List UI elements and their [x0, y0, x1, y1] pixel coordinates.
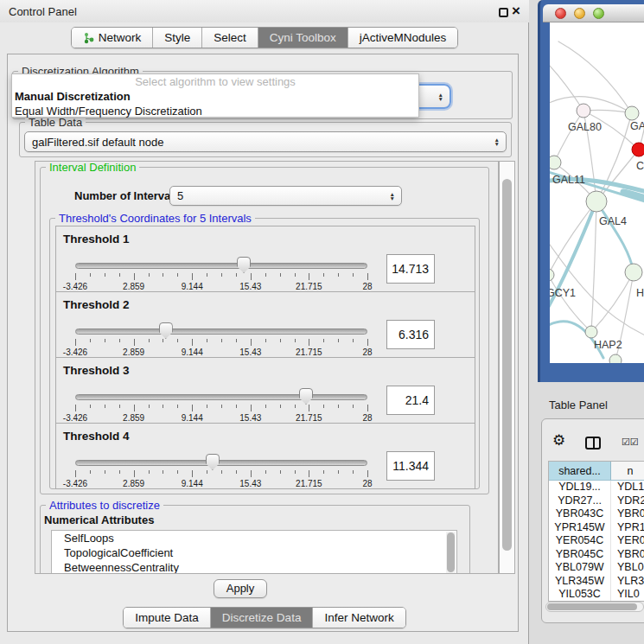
tick-label: 21.715	[296, 348, 322, 357]
cell-name[interactable]: YDR2	[611, 494, 644, 508]
mac-minimize-button[interactable]	[574, 8, 585, 19]
threshold-panel: Threshold 4 -3.4262.8599.14415.4321.7152…	[55, 423, 475, 489]
cell-name[interactable]: YBR0	[611, 548, 644, 562]
network-node-ga[interactable]	[625, 106, 639, 120]
select-columns-checkboxes-icon[interactable]: ☑☑	[622, 437, 639, 448]
cell-shared-name[interactable]: YPR145W	[549, 521, 611, 535]
mac-zoom-button[interactable]	[593, 8, 604, 19]
network-node-hap2[interactable]	[585, 326, 597, 338]
threshold-value-field[interactable]: 14.713	[386, 254, 435, 284]
cell-name[interactable]: YDL1	[611, 481, 644, 494]
tab-select[interactable]: Select	[201, 28, 258, 48]
gear-icon[interactable]: ⚙	[552, 433, 565, 448]
slider-handle[interactable]	[206, 454, 220, 470]
tick-label: 21.715	[296, 413, 322, 423]
close-icon[interactable]: ×	[512, 3, 520, 19]
tab-style[interactable]: Style	[152, 28, 201, 48]
settings-vertical-scrollbar[interactable]	[499, 161, 515, 574]
network-edge[interactable]	[558, 41, 632, 113]
cell-shared-name[interactable]: YDL19...	[549, 481, 611, 494]
slider-track[interactable]	[75, 394, 367, 400]
table-row[interactable]: YBL079WYBL0	[549, 561, 644, 575]
network-node-gcy1[interactable]	[550, 269, 554, 281]
network-node-gal11[interactable]	[550, 156, 561, 169]
network-edge[interactable]	[550, 61, 583, 111]
settings-vertical-scrollbar-thumb[interactable]	[502, 179, 512, 551]
cell-shared-name[interactable]: YLR345W	[549, 575, 611, 589]
network-edge[interactable]	[596, 201, 634, 272]
attribute-list-item[interactable]: BetweennessCentrality	[52, 560, 456, 574]
number-of-intervals-combobox[interactable]: 5 ▲▼	[169, 186, 402, 206]
attribute-list-item[interactable]: SelfLoops	[52, 531, 456, 545]
attributes-list-scrollbar-thumb[interactable]	[447, 532, 455, 572]
table-header-shared-name[interactable]: shared...	[549, 462, 611, 480]
apply-button[interactable]: Apply	[214, 579, 267, 598]
table-horizontal-scrollbar-thumb[interactable]	[547, 603, 637, 610]
network-canvas[interactable]: GAL80GACGAL11GAL4GCY1HHAP2	[550, 22, 644, 363]
cell-shared-name[interactable]: YER054C	[549, 534, 611, 548]
network-node-h[interactable]	[625, 264, 642, 281]
network-node-gal80[interactable]	[577, 104, 590, 118]
columns-icon[interactable]	[585, 437, 601, 450]
network-node-gal4[interactable]	[586, 191, 607, 212]
table-data-combobox[interactable]: galFiltered.sif default node ▲▼	[24, 131, 507, 152]
table-row[interactable]: YDR27...YDR2	[549, 494, 644, 508]
network-node[interactable]	[609, 354, 622, 363]
threshold-value-field[interactable]: 11.344	[386, 451, 435, 481]
threshold-value-field[interactable]: 21.4	[386, 386, 435, 415]
node-label: C	[636, 160, 644, 172]
network-window-titlebar[interactable]	[543, 4, 644, 22]
cell-name[interactable]: YIL0	[611, 588, 644, 602]
network-edge[interactable]	[591, 201, 596, 332]
slider-tick-labels: -3.4262.8599.14415.4321.71528	[75, 348, 367, 357]
cell-name[interactable]: YLR3	[611, 575, 644, 589]
mac-close-button[interactable]	[555, 8, 566, 19]
table-row[interactable]: YIL053CYIL0	[549, 588, 644, 602]
algorithm-option[interactable]: Manual Discretization	[12, 89, 418, 104]
network-edge[interactable]	[550, 201, 596, 275]
cell-shared-name[interactable]: YDR27...	[549, 494, 611, 508]
cell-name[interactable]: YPR1	[611, 521, 644, 535]
table-row[interactable]: YBR045CYBR0	[549, 548, 644, 562]
table-panel-window: ⚙ ☑☑ shared... n YDL19...YDL1YDR27...YDR…	[541, 418, 644, 623]
cell-name[interactable]: YER0	[611, 534, 644, 548]
slider-handle[interactable]	[299, 388, 313, 405]
cell-shared-name[interactable]: YBR045C	[549, 548, 611, 562]
slider-handle[interactable]	[237, 257, 251, 273]
table-row[interactable]: YER054CYER0	[549, 534, 644, 548]
thresholds-coordinates-group: Threshold's Coordinates for 5 Intervals …	[49, 218, 480, 489]
bottom-tab-discretize-data[interactable]: Discretize Data	[210, 608, 313, 628]
slider-handle[interactable]	[159, 322, 173, 339]
slider-track[interactable]	[75, 460, 367, 466]
threshold-slider[interactable]: -3.4262.8599.14415.4321.71528	[75, 258, 367, 290]
tab-label: Discretize Data	[222, 611, 302, 624]
bottom-tab-infer-network[interactable]: Infer Network	[312, 608, 405, 628]
table-row[interactable]: YBR043CYBR0	[549, 507, 644, 521]
slider-track[interactable]	[75, 328, 367, 335]
cell-shared-name[interactable]: YIL053C	[549, 588, 611, 602]
network-edge[interactable]	[554, 111, 583, 163]
cell-shared-name[interactable]: YBR043C	[549, 507, 611, 521]
attribute-list-item[interactable]: TopologicalCoefficient	[52, 545, 456, 560]
tab-jactivemnodules[interactable]: jActiveMNodules	[348, 28, 458, 48]
algorithm-option[interactable]: Equal Width/Frequency Discretization	[12, 104, 418, 118]
threshold-slider[interactable]: -3.4262.8599.14415.4321.71528	[75, 389, 367, 422]
table-row[interactable]: YLR345WYLR3	[549, 575, 644, 589]
threshold-value-field[interactable]: 6.316	[386, 320, 435, 349]
cell-name[interactable]: YBL0	[611, 561, 644, 575]
table-header-name[interactable]: n	[611, 462, 644, 480]
slider-track[interactable]	[75, 263, 367, 269]
cell-name[interactable]: YBR0	[611, 507, 644, 521]
threshold-slider[interactable]: -3.4262.8599.14415.4321.71528	[75, 455, 367, 488]
tab-network[interactable]: Network	[72, 28, 153, 48]
bottom-tab-impute-data[interactable]: Impute Data	[124, 608, 210, 628]
table-row[interactable]: YDL19...YDL1	[549, 481, 644, 494]
network-node-c[interactable]	[632, 143, 644, 156]
attributes-list-scrollbar[interactable]	[446, 532, 456, 574]
cell-shared-name[interactable]: YBL079W	[549, 561, 611, 575]
table-row[interactable]: YPR145WYPR1	[549, 521, 644, 535]
tab-cyni-toolbox[interactable]: Cyni Toolbox	[258, 28, 348, 48]
table-horizontal-scrollbar[interactable]	[545, 602, 644, 612]
float-window-icon[interactable]	[499, 8, 508, 17]
threshold-slider[interactable]: -3.4262.8599.14415.4321.71528	[75, 323, 367, 356]
